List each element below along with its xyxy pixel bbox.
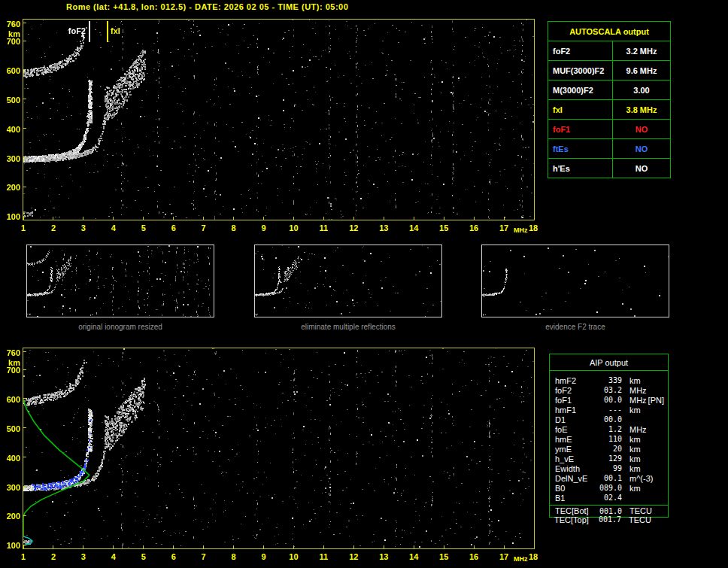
y-axis-tick-label: 760 [2, 348, 20, 357]
aip-row-label: D1 [550, 415, 596, 424]
aip-row-ymE: ymE20km [550, 444, 668, 454]
aip-row-value: --- [596, 405, 622, 414]
aip-row-value: 00.1 [596, 474, 622, 482]
x-axis-tick-label: 2 [47, 223, 60, 232]
x-axis-tick-label: 4 [107, 552, 120, 561]
aip-row-hmE: hmE110km [550, 434, 668, 444]
aip-row-foE: foE1.2MHz [550, 424, 668, 434]
x-axis-tick-label: 8 [227, 223, 241, 232]
aip-row-label: h_vE [550, 454, 596, 463]
x-axis-tick-label: 11 [317, 223, 330, 232]
x-axis-tick-label: 7 [197, 223, 211, 232]
aip-row-value: 00.0 [596, 396, 622, 404]
x-axis-tick-label: 9 [257, 223, 271, 232]
aip-row-label: foE [550, 425, 596, 434]
thumbnail-original-canvas [27, 245, 214, 317]
aip-row-unit: TECU [621, 515, 651, 524]
aip-row-label: B1 [550, 494, 596, 503]
x-axis-tick-label: 6 [167, 223, 180, 232]
aip-row-Ewidth: Ewidth99km [550, 463, 668, 473]
autoscala-row-M3000F2: M(3000)F23.00 [548, 80, 670, 99]
x-axis-tick-label: 2 [47, 552, 60, 561]
aip-row-unit: km [622, 454, 641, 463]
y-axis-tick-label: 400 [2, 125, 20, 134]
autoscala-row-label: M(3000)F2 [548, 80, 613, 99]
autoscala-row-value: NO [613, 159, 670, 178]
autoscala-output-panel: AUTOSCALA output foF23.2 MHzMUF(3000)F29… [548, 21, 671, 178]
x-axis-tick-label: 1 [17, 552, 30, 561]
x-axis-tick-label: 16 [467, 223, 481, 232]
aip-row-foF2: foF203.2MHz [550, 385, 668, 395]
autoscala-row-label: h'Es [548, 159, 613, 178]
y-axis-tick-label: 400 [2, 454, 20, 463]
x-axis-tick-label: 1 [17, 223, 30, 232]
y-axis-tick-label: 100 [2, 541, 20, 550]
aip-row-extra: [PN] [648, 396, 668, 405]
aip-row-B1: B102.4 [550, 493, 668, 503]
aip-row-label: hmF1 [550, 405, 596, 415]
x-axis-tick-label: 7 [197, 552, 211, 561]
aip-row-label: B0 [550, 484, 596, 493]
x-axis-tick-label: 8 [227, 552, 241, 561]
autoscala-row-value: NO [613, 139, 670, 158]
x-axis-tick-label: 14 [407, 552, 420, 561]
x-axis-last-tick-label: 18 [526, 223, 540, 232]
aip-row-hmF1: hmF1---km [550, 405, 668, 415]
aip-row-foF1: foF100.0MHz[PN] [550, 395, 668, 405]
x-axis-tick-label: 13 [377, 223, 390, 232]
aip-row-value: 20 [596, 445, 622, 453]
x-axis-tick-label: 13 [377, 552, 390, 561]
aip-row-value: 001.0 [596, 507, 622, 515]
fxI-marker-line [107, 21, 108, 42]
autoscala-row-value: 3.2 MHz [613, 41, 670, 60]
ionogram-plot-main: 760700600500400300200100km12345678910111… [23, 19, 535, 220]
aip-row-unit: km [622, 376, 641, 385]
autoscala-row-fxI: fxI3.8 MHz [548, 99, 670, 119]
x-axis-tick-label: 3 [77, 223, 90, 232]
aip-row-label: hmE [550, 435, 596, 444]
autoscala-row-label: ftEs [548, 139, 613, 158]
thumbnail-evidence-f2 [481, 245, 669, 317]
aip-output-panel: AIP output hmF2339kmfoF203.2MHzfoF100.0M… [549, 354, 669, 518]
thumbnail-original-ionogram [26, 245, 214, 317]
y-axis-tick-label: 700 [2, 366, 20, 375]
autoscala-row-label: foF1 [548, 120, 613, 138]
autoscala-row-ftEs: ftEsNO [548, 138, 670, 158]
x-axis-tick-label: 10 [287, 552, 300, 561]
aip-row-unit: km [622, 484, 641, 493]
thumbnail-caption-evidence: evidence F2 trace [481, 323, 669, 331]
aip-row-B0: B0089.0km [550, 483, 668, 493]
x-axis-tick-label: 12 [347, 223, 360, 232]
ionogram-profile-canvas [23, 348, 534, 548]
y-axis-tick-label: 500 [2, 96, 20, 105]
aip-row-label: TEC[Top] [549, 515, 596, 524]
aip-row-label: foF2 [550, 386, 596, 395]
autoscala-row-MUF3000F2: MUF(3000)F29.6 MHz [548, 60, 670, 80]
x-axis-tick-label: 16 [467, 552, 481, 561]
x-axis-unit: MHz [514, 555, 528, 563]
aip-row-label: ymE [550, 445, 596, 454]
aip-row-value: 03.2 [596, 386, 622, 394]
y-axis-tick-label: 600 [2, 395, 20, 404]
aip-row-unit: MHz [622, 396, 647, 405]
autoscala-row-value: NO [613, 120, 670, 138]
x-axis-tick-label: 15 [437, 552, 450, 561]
aip-row-DelN_vE: DelN_vE00.1m^(-3) [550, 473, 668, 483]
y-axis-tick-label: 200 [2, 183, 20, 192]
autoscala-row-foF1: foF1NO [548, 119, 670, 138]
aip-row-value: 02.4 [596, 494, 622, 502]
aip-tec-top-container: TEC[Top]001.7TECU [549, 515, 669, 524]
x-axis-tick-label: 5 [137, 552, 150, 561]
x-axis-tick-label: 4 [107, 223, 120, 232]
fxI-marker-label: fxI [111, 26, 120, 35]
aip-row-label: hmF2 [550, 376, 596, 385]
aip-row-value: 129 [596, 454, 622, 463]
x-axis-tick-label: 6 [167, 552, 180, 561]
x-axis-tick-label: 3 [77, 552, 90, 561]
x-axis-tick-label: 14 [407, 223, 420, 232]
y-axis-unit: km [2, 29, 20, 38]
x-axis-tick-label: 15 [437, 223, 450, 232]
aip-row-value: 001.7 [596, 515, 621, 524]
thumbnail-eliminate-reflections [254, 245, 442, 317]
aip-row-value: 339 [596, 376, 622, 384]
